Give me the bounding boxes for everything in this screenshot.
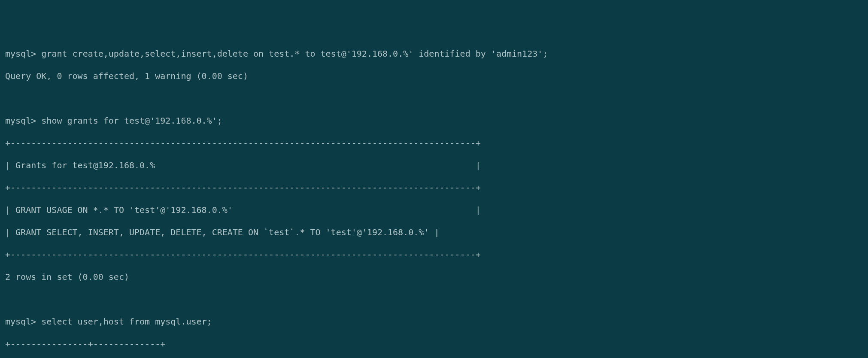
cmd-line-2[interactable]: mysql> show grants for test@'192.168.0.%… <box>5 115 863 126</box>
blank-line <box>5 294 863 305</box>
prompt: mysql> <box>5 316 36 327</box>
command: select user,host from mysql.user; <box>41 316 212 327</box>
table-border: +---------------------------------------… <box>5 137 863 149</box>
command: grant create,update,select,insert,delete… <box>41 49 548 59</box>
table-row: | GRANT USAGE ON *.* TO 'test'@'192.168.… <box>5 204 863 215</box>
command: show grants for test@'192.168.0.%'; <box>41 115 222 126</box>
blank-line <box>5 93 863 104</box>
cmd-line-3[interactable]: mysql> select user,host from mysql.user; <box>5 316 863 327</box>
cmd-line-1[interactable]: mysql> grant create,update,select,insert… <box>5 48 863 59</box>
table-border: +---------------+-------------+ <box>5 338 863 349</box>
table-border: +---------------------------------------… <box>5 182 863 193</box>
prompt: mysql> <box>5 49 36 59</box>
result-line-2: 2 rows in set (0.00 sec) <box>5 271 863 282</box>
prompt: mysql> <box>5 115 36 126</box>
table-row: | GRANT SELECT, INSERT, UPDATE, DELETE, … <box>5 227 863 238</box>
table-header: | Grants for test@192.168.0.% | <box>5 160 863 171</box>
table-border: +---------------------------------------… <box>5 249 863 260</box>
result-line-1: Query OK, 0 rows affected, 1 warning (0.… <box>5 70 863 82</box>
